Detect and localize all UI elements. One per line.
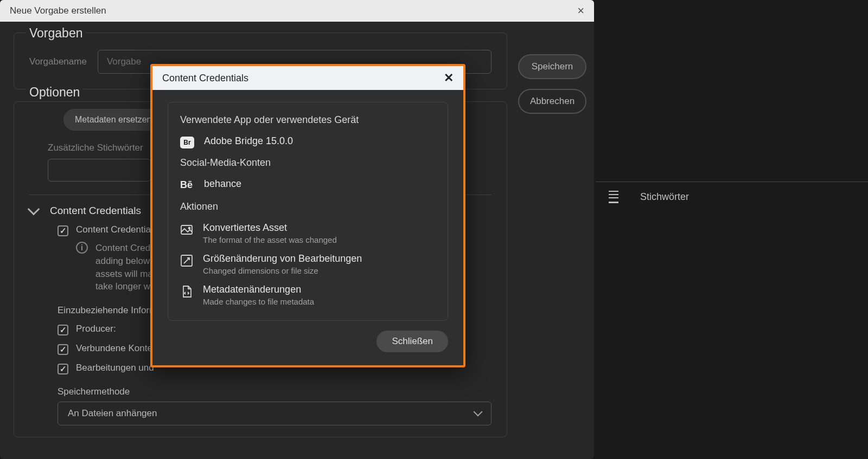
keywords-panel-header: Stichwörter: [596, 182, 868, 212]
app-name: Adobe Bridge 15.0.0: [204, 135, 293, 147]
behance-item: Bē behance: [180, 178, 436, 192]
actions-heading: Aktionen: [180, 201, 436, 212]
bridge-app-icon: Br: [180, 137, 194, 148]
svg-point-1: [189, 228, 190, 229]
action-metadata: Metadatenänderungen Made changes to file…: [180, 284, 436, 306]
modal-title: Content Credentials: [162, 73, 248, 84]
menu-icon[interactable]: [609, 191, 618, 203]
action-desc: The format of the asset was changed: [203, 235, 337, 244]
action-desc: Changed dimensions or file size: [203, 266, 362, 275]
file-code-icon: [180, 285, 193, 298]
behance-icon: Bē: [180, 179, 194, 192]
close-icon[interactable]: ✕: [444, 71, 454, 85]
keywords-tab-label[interactable]: Stichwörter: [640, 191, 689, 203]
modal-titlebar: Content Credentials ✕: [152, 66, 463, 90]
action-resize: Größenänderung von Bearbeitungen Changed…: [180, 253, 436, 275]
action-desc: Made changes to file metadata: [203, 297, 314, 306]
action-title: Metadatenänderungen: [203, 284, 314, 295]
social-accounts-heading: Social-Media-Konten: [180, 157, 436, 169]
action-title: Konvertiertes Asset: [203, 222, 337, 234]
action-converted-asset: Konvertiertes Asset The format of the as…: [180, 222, 436, 244]
app-item: Br Adobe Bridge 15.0.0: [180, 135, 436, 148]
close-button[interactable]: Schließen: [376, 331, 448, 352]
resize-icon: [180, 254, 193, 267]
used-app-heading: Verwendete App oder verwendetes Gerät: [180, 114, 436, 126]
action-title: Größenänderung von Bearbeitungen: [203, 253, 362, 264]
behance-name: behance: [204, 178, 241, 190]
image-icon: [180, 223, 193, 236]
content-credentials-modal: Content Credentials ✕ Verwendete App ode…: [150, 64, 465, 367]
credentials-card: Verwendete App oder verwendetes Gerät Br…: [168, 102, 448, 321]
